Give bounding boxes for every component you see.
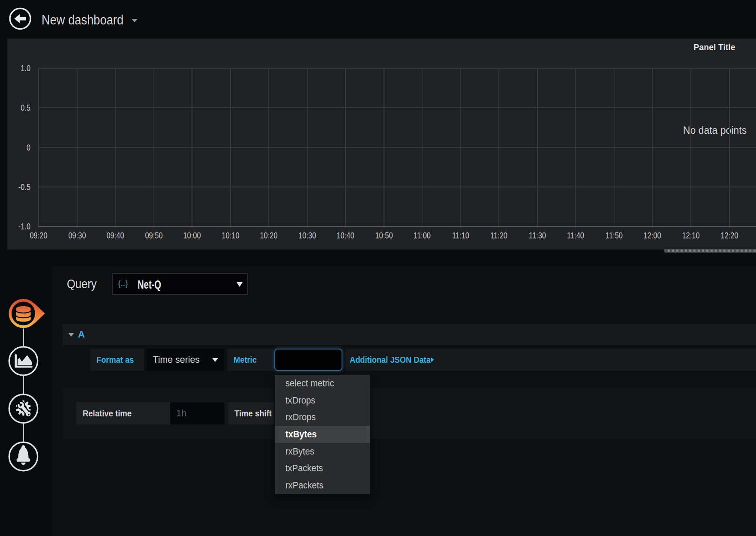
format-select-value: Time series: [147, 354, 200, 365]
datasource-picker[interactable]: {...} Net-Q: [112, 273, 248, 295]
x-axis-tick-label: 12:00: [637, 231, 667, 240]
metric-menu-item[interactable]: txDrops: [275, 392, 370, 409]
gridline-vertical: [498, 68, 499, 228]
additional-json-caret-icon: [431, 358, 434, 362]
y-axis-tick-label: -0.5: [12, 182, 30, 192]
dashboard-title[interactable]: New dashboard: [42, 12, 123, 28]
x-axis-tick-label: 11:10: [446, 231, 476, 240]
gridline-vertical: [422, 68, 423, 228]
format-as-label: Format as: [90, 349, 144, 371]
x-axis-tick-label: 12:10: [676, 231, 706, 240]
metric-dropdown-menu: select metrictxDropsrxDropstxBytesrxByte…: [275, 375, 370, 494]
scrollbar-dots: [668, 250, 756, 252]
time-shift-label-text: Time shift: [234, 408, 272, 419]
x-axis-tick-label: 09:50: [138, 231, 168, 240]
no-data-points-text: No data points: [651, 125, 756, 136]
gridline-vertical: [268, 68, 269, 228]
gridline-vertical: [537, 68, 538, 228]
tab-general[interactable]: [9, 394, 37, 423]
metric-menu-item[interactable]: txPackets: [275, 460, 370, 477]
collapse-caret-icon: [68, 333, 74, 337]
json-braces-icon: {...}: [118, 279, 128, 288]
y-axis-tick-label: -1.0: [12, 222, 30, 231]
x-axis-tick-label: 12:20: [714, 231, 744, 240]
additional-json-label-text: Additional JSON Data: [350, 355, 431, 365]
panel-title[interactable]: Panel Title: [635, 42, 756, 54]
x-axis-line: [38, 226, 756, 227]
area-chart-icon: [15, 354, 33, 368]
x-axis-tick-label: 10:50: [369, 231, 399, 240]
dashboard-title-caret-icon: [132, 19, 138, 22]
gridline-vertical: [575, 68, 576, 228]
format-select-caret-icon: [212, 358, 218, 362]
query-ref-letter: A: [78, 329, 85, 340]
gear-wrench-icon: [16, 400, 32, 418]
metric-menu-item[interactable]: select metric: [275, 375, 370, 392]
database-icon: [16, 306, 31, 322]
metric-menu-item[interactable]: rxBytes: [275, 443, 370, 460]
metric-menu-item[interactable]: txBytes: [275, 426, 370, 443]
x-axis-tick-label: 11:00: [407, 231, 437, 240]
gridline-vertical: [460, 68, 461, 228]
gridline-vertical: [690, 68, 691, 228]
gridline-vertical: [652, 68, 653, 228]
gridline-vertical: [614, 68, 615, 228]
time-options-section: Relative time Time shift: [63, 388, 756, 439]
x-axis-tick-label: 09:30: [62, 231, 92, 240]
gridline-vertical: [729, 68, 730, 228]
relative-time-label: Relative time: [76, 402, 170, 425]
format-as-label-text: Format as: [96, 355, 134, 365]
x-axis-tick-label: 10:00: [177, 231, 207, 240]
back-button[interactable]: [9, 7, 31, 30]
x-axis-tick-label: 10:30: [292, 231, 322, 240]
x-axis-tick-label: 11:40: [561, 231, 591, 240]
gridline-horizontal: [38, 107, 756, 108]
x-axis-tick-label: 10:10: [216, 231, 246, 240]
gridline-vertical: [384, 68, 384, 228]
datasource-caret-icon: [237, 282, 243, 287]
metric-label-text: Metric: [234, 355, 257, 365]
metric-input[interactable]: [274, 349, 342, 371]
x-axis-tick-label: 11:50: [599, 231, 629, 240]
datasource-name: Net-Q: [138, 278, 161, 292]
back-arrow-icon: [15, 14, 26, 23]
metric-menu-item[interactable]: rxDrops: [275, 409, 370, 426]
metric-menu-item[interactable]: rxPackets: [275, 477, 370, 494]
y-axis-tick-label: 0.5: [12, 103, 30, 112]
gridline-horizontal: [38, 187, 756, 187]
x-axis-tick-label: 10:40: [330, 231, 360, 240]
relative-time-label-text: Relative time: [83, 408, 132, 419]
editor-tab-strip: [0, 292, 51, 480]
tab-queries[interactable]: [10, 300, 45, 327]
query-row-header[interactable]: A: [63, 324, 756, 345]
gridline-horizontal: [38, 147, 756, 148]
tab-visualization[interactable]: [9, 347, 37, 375]
bell-icon: [17, 445, 30, 465]
graph-panel: Panel Title No data points 09:2009:3009:…: [7, 39, 756, 250]
gridline-vertical: [153, 68, 154, 228]
y-axis-tick-label: 1.0: [12, 63, 30, 73]
format-select[interactable]: Time series: [147, 349, 224, 371]
x-axis-tick-label: 10:20: [254, 231, 284, 240]
gridline-vertical: [307, 68, 308, 228]
gridline-horizontal: [38, 68, 756, 69]
gridline-vertical: [38, 68, 39, 228]
horizontal-scrollbar-thumb[interactable]: [664, 249, 756, 253]
gridline-vertical: [230, 68, 231, 228]
metric-label: Metric: [227, 349, 273, 371]
gridline-vertical: [115, 68, 116, 228]
time-shift-label: Time shift: [228, 402, 274, 425]
tab-alert[interactable]: [9, 442, 37, 470]
relative-time-input[interactable]: [170, 402, 225, 425]
query-section-label: Query: [67, 277, 96, 291]
gridline-vertical: [345, 68, 346, 228]
y-axis-tick-label: 0: [12, 143, 30, 152]
x-axis-tick-label: 11:20: [484, 231, 514, 240]
x-axis-tick-label: 09:40: [100, 231, 130, 240]
gridline-vertical: [192, 68, 192, 228]
dashboard-header: New dashboard: [0, 0, 756, 39]
x-axis-tick-label: 11:30: [522, 231, 552, 240]
x-axis-tick-label: 09:20: [24, 231, 54, 240]
gridline-vertical: [77, 68, 78, 228]
additional-json-data-link[interactable]: Additional JSON Data: [345, 349, 756, 371]
